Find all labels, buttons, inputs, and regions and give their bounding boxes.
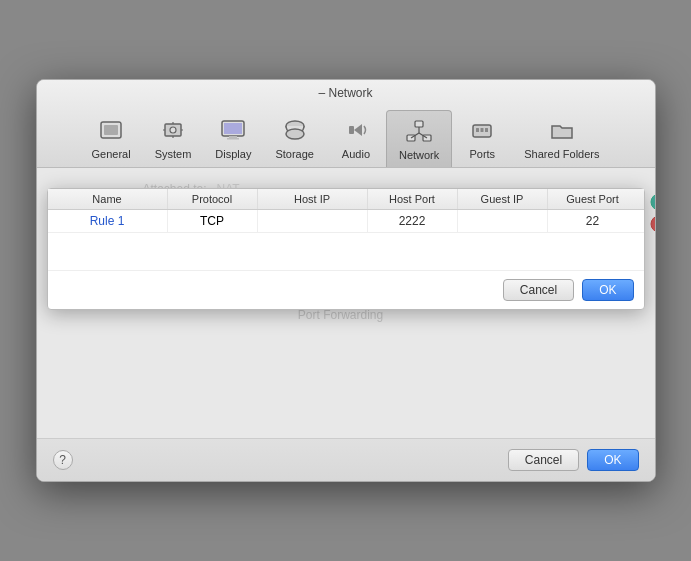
toolbar-item-shared-folders[interactable]: Shared Folders [512,110,611,167]
remove-rule-button[interactable] [649,214,656,234]
bottom-bar: ? Cancel OK [37,438,655,481]
remove-icon [650,215,656,233]
modal-cancel-button[interactable]: Cancel [503,279,574,301]
cell-host-port[interactable]: 2222 [368,210,458,232]
ports-icon [466,114,498,146]
content-area: Attached to: NAT Name: Advanced Adapter … [37,168,655,438]
storage-icon [279,114,311,146]
audio-label: Audio [342,148,370,160]
toolbar-item-network[interactable]: Network [386,110,452,167]
svg-point-13 [286,129,304,139]
add-rule-button[interactable] [649,192,656,212]
ok-button[interactable]: OK [587,449,638,471]
toolbar-item-system[interactable]: System [143,110,204,167]
svg-point-3 [170,127,176,133]
table-actions [649,192,656,234]
toolbar-item-audio[interactable]: Audio [326,110,386,167]
col-protocol: Protocol [168,189,258,209]
port-forwarding-dialog: Name Protocol Host IP Host Port Guest IP… [47,188,645,310]
table-body: Rule 1 TCP 2222 22 [48,210,644,270]
add-icon [650,193,656,211]
ports-label: Ports [469,148,495,160]
modal-panel: Name Protocol Host IP Host Port Guest IP… [47,188,645,310]
window-title: – Network [37,86,655,100]
toolbar-item-display[interactable]: Display [203,110,263,167]
svg-rect-10 [229,136,237,138]
svg-rect-14 [349,126,354,134]
network-label: Network [399,149,439,161]
toolbar-item-ports[interactable]: Ports [452,110,512,167]
display-icon [217,114,249,146]
background-spacer [47,318,645,438]
svg-rect-22 [476,128,479,132]
audio-icon [340,114,372,146]
table-header: Name Protocol Host IP Host Port Guest IP… [48,189,644,210]
general-icon [95,114,127,146]
modal-footer: Cancel OK [48,270,644,309]
cell-name[interactable]: Rule 1 [48,210,168,232]
main-window: – Network General [36,79,656,482]
col-name: Name [48,189,168,209]
cell-guest-port[interactable]: 22 [548,210,638,232]
help-button[interactable]: ? [53,450,73,470]
col-guest-port: Guest Port [548,189,638,209]
cell-guest-ip[interactable] [458,210,548,232]
toolbar: General System [37,106,655,167]
system-icon [157,114,189,146]
svg-point-28 [651,216,656,232]
bottom-buttons: Cancel OK [508,449,639,471]
cell-protocol[interactable]: TCP [168,210,258,232]
storage-label: Storage [275,148,314,160]
svg-rect-24 [485,128,488,132]
table-row[interactable]: Rule 1 TCP 2222 22 [48,210,644,233]
svg-rect-11 [227,138,239,140]
cell-host-ip[interactable] [258,210,368,232]
system-label: System [155,148,192,160]
col-host-ip: Host IP [258,189,368,209]
modal-ok-button[interactable]: OK [582,279,633,301]
shared-folders-label: Shared Folders [524,148,599,160]
col-host-port: Host Port [368,189,458,209]
shared-folders-icon [546,114,578,146]
svg-rect-23 [481,128,484,132]
col-guest-ip: Guest IP [458,189,548,209]
toolbar-item-storage[interactable]: Storage [263,110,326,167]
network-icon [403,115,435,147]
svg-rect-1 [104,125,118,135]
toolbar-item-general[interactable]: General [80,110,143,167]
svg-rect-15 [415,121,423,127]
general-label: General [92,148,131,160]
titlebar: – Network General [37,80,655,168]
cancel-button[interactable]: Cancel [508,449,579,471]
svg-rect-9 [224,123,242,134]
svg-point-25 [651,194,656,210]
display-label: Display [215,148,251,160]
